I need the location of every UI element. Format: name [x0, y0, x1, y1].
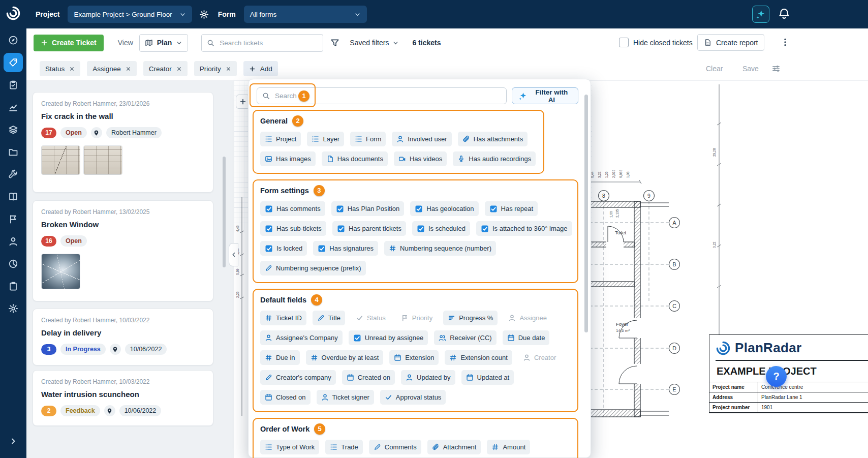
filter-chip-ticket-signer[interactable]: Ticket signer [317, 390, 374, 405]
sidebar-item-documents[interactable] [4, 142, 23, 162]
ticket-card[interactable]: Created by Robert Hammer, 10/03/2022 Del… [33, 309, 213, 365]
filter-chip-has-documents[interactable]: Has documents [322, 151, 388, 166]
filter-chip-extension[interactable]: Extension [389, 350, 439, 365]
filter-chip-has-signatures[interactable]: Has signatures [313, 241, 378, 256]
filter-chip-due-date[interactable]: Due date [503, 330, 550, 345]
project-selector[interactable]: Example Project > Ground Floor [68, 6, 192, 23]
filter-chip-creators-company[interactable]: Creator's company [260, 370, 336, 385]
ticket-photo-thumbnail[interactable] [41, 254, 80, 289]
filter-chip-numbering-number[interactable]: Numbering sequence (number) [384, 241, 496, 256]
filter-chip-progress[interactable]: Progress % [443, 311, 498, 325]
filter-chip-assignees-company[interactable]: Assignee's Company [260, 330, 343, 345]
hide-closed-toggle[interactable]: Hide closed tickets [619, 38, 693, 47]
filter-chip-project[interactable]: Project [260, 132, 301, 146]
create-ticket-button[interactable]: Create Ticket [34, 35, 104, 51]
filter-chip-closed-on[interactable]: Closed on [260, 390, 311, 405]
sidebar-item-integrations[interactable] [4, 254, 23, 273]
collapse-list-panel-handle[interactable] [229, 243, 238, 266]
filter-funnel-button[interactable] [328, 36, 342, 49]
filter-chip-has-sub-tickets[interactable]: Has sub-tickets [260, 221, 326, 236]
close-icon[interactable] [226, 66, 231, 72]
filter-chip-due-in[interactable]: Due in [260, 350, 300, 365]
filter-chip-is-locked[interactable]: Is locked [260, 241, 307, 256]
filter-chip-unread-by-assignee[interactable]: Unread by assignee [349, 330, 428, 345]
filter-chip-has-videos[interactable]: Has videos [394, 151, 447, 166]
more-options-kebab[interactable] [781, 38, 790, 47]
sidebar-item-contacts[interactable] [4, 232, 23, 251]
plan-pin-chip[interactable] [91, 127, 102, 138]
close-icon[interactable] [69, 66, 75, 72]
filter-chip-receiver-cc[interactable]: Receiver (CC) [434, 330, 496, 345]
filter-chip-involved-user[interactable]: Involved user [392, 132, 451, 146]
list-scrollbar[interactable] [223, 157, 226, 267]
sidebar-item-dashboard[interactable] [4, 30, 23, 50]
sidebar-item-statistics[interactable] [4, 98, 23, 117]
hide-closed-checkbox[interactable] [619, 38, 629, 47]
close-icon[interactable] [126, 66, 131, 72]
filter-chip-has-comments[interactable]: Has comments [260, 201, 325, 216]
saved-filters-dropdown[interactable]: Saved filters [350, 39, 399, 47]
filter-chip-is-scheduled[interactable]: Is scheduled [412, 221, 470, 236]
sidebar-item-tools[interactable] [4, 165, 23, 184]
sidebar-item-tickets[interactable] [4, 53, 23, 72]
filter-chip-has-plan-position[interactable]: Has Plan Position [331, 201, 405, 216]
filter-chip-has-geolocation[interactable]: Has geolocation [410, 201, 478, 216]
sidebar-expand-button[interactable] [4, 432, 23, 451]
create-report-button[interactable]: Create report [697, 34, 764, 51]
filter-chip-title[interactable]: Title [313, 311, 345, 325]
filter-with-ai-button[interactable]: Filter with AI [512, 87, 578, 104]
ai-assistant-button[interactable] [752, 6, 769, 23]
filter-chip-updated-by[interactable]: Updated by [401, 370, 455, 385]
ticket-card[interactable]: Created by Robert Hammer, 13/02/2025 Bro… [33, 200, 213, 301]
ticket-card[interactable]: Created by Robert Hammer, 23/01/2026 Fix… [33, 92, 213, 193]
filter-chip-extension-count[interactable]: Extension count [445, 350, 512, 365]
ticket-photo-thumbnail[interactable] [41, 145, 80, 175]
filter-chip-status[interactable]: Status [40, 61, 80, 76]
ticket-search-input[interactable] [219, 39, 318, 47]
filter-chip-priority[interactable]: Priority [194, 61, 237, 76]
filter-chip-comments[interactable]: Comments [369, 440, 421, 454]
notifications-bell-button[interactable] [778, 8, 790, 20]
filter-chip-trade[interactable]: Trade [325, 440, 362, 454]
sidebar-item-settings[interactable] [4, 299, 23, 318]
popup-search-input[interactable] [274, 91, 501, 100]
filter-chip-layer[interactable]: Layer [307, 132, 344, 146]
ticket-photo-thumbnail[interactable] [83, 145, 122, 175]
filter-chip-approval-status[interactable]: Approval status [380, 390, 446, 405]
popup-scrollbar[interactable] [584, 95, 588, 332]
plan-pin-chip[interactable] [104, 405, 115, 416]
sidebar-item-tasks[interactable] [4, 75, 23, 95]
add-filter-button[interactable]: Add [243, 61, 278, 76]
filter-chip-creator[interactable]: Creator [143, 61, 188, 76]
filter-chip-has-attachments[interactable]: Has attachments [458, 132, 528, 146]
plan-pin-chip[interactable] [110, 344, 121, 355]
filter-chip-form[interactable]: Form [350, 132, 386, 146]
planradar-logo-icon[interactable] [6, 6, 21, 21]
close-icon[interactable] [176, 66, 182, 72]
help-button[interactable]: ? [766, 366, 787, 387]
filter-chip-updated-at[interactable]: Updated at [461, 370, 514, 385]
form-selector[interactable]: All forms [244, 6, 367, 23]
filter-settings-button[interactable] [771, 64, 781, 73]
view-mode-selector[interactable]: Plan [139, 34, 189, 52]
ticket-card[interactable]: Created by Robert Hammer, 10/03/2022 Wat… [33, 370, 213, 426]
filter-chip-numbering-prefix[interactable]: Numbering sequence (prefix) [260, 261, 366, 276]
filter-chip-ticket-id[interactable]: Ticket ID [260, 311, 306, 325]
filter-chip-has-repeat[interactable]: Has repeat [485, 201, 538, 216]
save-filters-button[interactable]: Save [742, 65, 759, 73]
filter-chip-has-parent-tickets[interactable]: Has parent tickets [332, 221, 406, 236]
sidebar-item-plans[interactable] [4, 120, 23, 139]
filter-chip-attachment[interactable]: Attachment [427, 440, 481, 454]
filter-chip-attached-360[interactable]: Is attached to 360° image [476, 221, 572, 236]
filter-chip-overdue-by[interactable]: Overdue by at least [306, 350, 384, 365]
filter-chip-created-on[interactable]: Created on [342, 370, 395, 385]
filter-chip-type-of-work[interactable]: Type of Work [260, 440, 319, 454]
project-settings-gear[interactable] [199, 10, 209, 19]
filter-chip-amount[interactable]: Amount [487, 440, 530, 454]
sidebar-item-library[interactable] [4, 187, 23, 206]
filter-chip-assignee[interactable]: Assignee [87, 61, 137, 76]
filter-chip-has-audio[interactable]: Has audio recordings [453, 151, 536, 166]
sidebar-item-clipboard[interactable] [4, 277, 23, 296]
filter-chip-has-images[interactable]: Has images [260, 151, 316, 166]
clear-filters-button[interactable]: Clear [706, 65, 723, 73]
